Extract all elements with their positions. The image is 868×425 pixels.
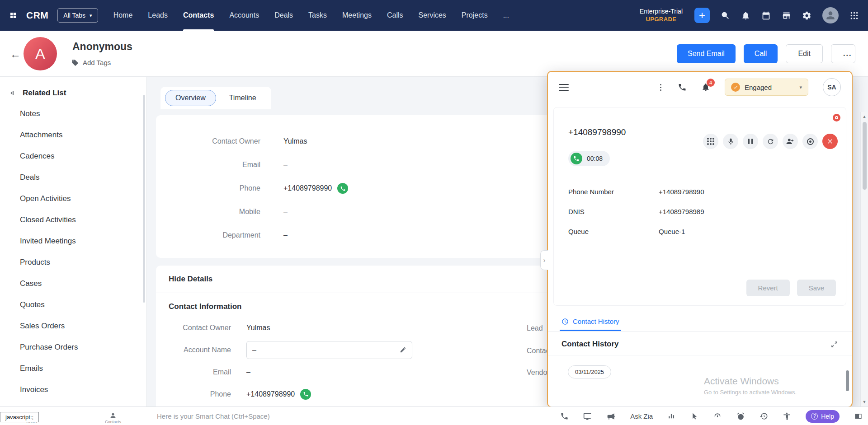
save-button[interactable]: Save [797,280,836,296]
sidebar-item-deals[interactable]: Deals [9,173,146,182]
scroll-down-arrow[interactable]: ▼ [861,400,868,404]
record-call-icon[interactable] [802,134,818,149]
settings-gear-icon[interactable] [802,11,811,20]
nav-contacts[interactable]: Contacts [183,0,214,31]
accessibility-icon[interactable] [783,412,791,420]
nav-projects[interactable]: Projects [462,0,488,31]
nav-more[interactable]: ... [503,0,509,31]
side-panel-icon[interactable] [854,412,863,420]
user-avatar[interactable] [822,7,839,23]
tab-overview[interactable]: Overview [165,90,216,106]
page-scrollbar[interactable]: ▲ ▼ [860,112,868,406]
tab-timeline[interactable]: Timeline [219,90,267,106]
apps-waffle-icon[interactable] [9,11,17,19]
refresh-call-icon[interactable] [763,134,778,149]
sidebar-item-invoices[interactable]: Invoices [9,385,146,394]
sidebar-item-closed-activities[interactable]: Closed Activities [9,215,146,224]
sidebar-scrollbar[interactable] [143,95,145,303]
dock-contacts[interactable]: Contacts [99,412,127,424]
pointer-tool-icon[interactable] [690,412,698,420]
menu-hamburger-icon[interactable] [559,84,569,91]
hold-pause-icon[interactable] [743,134,758,149]
help-button[interactable]: ? Help [806,410,840,423]
sidebar-item-products[interactable]: Products [9,258,146,267]
back-arrow-icon[interactable]: ← [10,48,21,61]
more-options-icon[interactable] [658,82,663,93]
expand-icon[interactable] [830,341,838,348]
sidebar-item-sales-orders[interactable]: Sales Orders [9,322,146,331]
field-value: – [283,208,288,216]
keypad-icon[interactable] [703,134,718,149]
edit-pencil-icon[interactable] [400,346,406,353]
field-value: – [283,161,288,169]
sidebar-item-quotes[interactable]: Quotes [9,300,146,309]
scroll-up-arrow[interactable]: ▲ [861,114,868,119]
notifications-bell-icon[interactable]: 4 [701,83,710,92]
sidebar-item-cadences[interactable]: Cadences [9,152,146,161]
sidebar-item-attachments[interactable]: Attachments [9,131,146,140]
notification-badge: 4 [707,79,715,87]
mute-mic-icon[interactable] [723,134,738,149]
field-value: +14089798989 [659,208,704,215]
add-tags-button[interactable]: Add Tags [71,59,111,66]
sidebar-item-invited-meetings[interactable]: Invited Meetings [9,237,146,246]
more-actions-button[interactable]: ... [831,44,855,63]
nav-leads[interactable]: Leads [148,0,168,31]
agent-status-dropdown[interactable]: Engaged ▾ [725,79,808,96]
history-date-chip[interactable]: 03/11/2025 [568,365,611,378]
scrollbar-thumb[interactable] [863,122,867,190]
gauge-analytics-icon[interactable] [713,412,722,421]
related-list-sidebar: Related List Notes Attachments Cadences … [0,77,147,406]
panel-collapse-handle[interactable]: › [540,250,548,270]
notifications-bell-icon[interactable] [741,11,750,20]
tab-contact-history[interactable]: Contact History [560,312,621,331]
nav-services[interactable]: Services [418,0,446,31]
nav-deals[interactable]: Deals [274,0,293,31]
sidebar-item-purchase-orders[interactable]: Purchase Orders [9,343,146,352]
nav-tasks[interactable]: Tasks [308,0,327,31]
sidebar-item-open-activities[interactable]: Open Activities [9,194,146,203]
phone-value[interactable]: +14089798990 [283,184,332,192]
app-switcher-grid-icon[interactable] [849,11,859,20]
history-tabs: Contact History [548,312,852,332]
history-scrollbar-thumb[interactable] [846,370,849,391]
revert-button[interactable]: Revert [746,280,790,296]
nav-calls[interactable]: Calls [387,0,403,31]
click-to-call-icon[interactable] [300,389,311,400]
account-name-value: – [252,346,256,354]
marketplace-icon[interactable] [782,11,791,20]
upgrade-link[interactable]: UPGRADE [640,16,683,23]
phone-value[interactable]: +14089798990 [246,390,295,398]
call-button[interactable]: Call [744,44,778,63]
announcements-megaphone-icon[interactable] [607,412,616,421]
sidebar-item-emails[interactable]: Emails [9,364,146,373]
send-email-button[interactable]: Send Email [677,44,736,63]
history-icon[interactable] [760,412,768,420]
collapse-sidebar-icon[interactable] [9,89,16,97]
quick-create-button[interactable]: + [694,8,710,23]
activate-windows-watermark: Activate Windows Go to Settings to activ… [704,376,797,396]
end-call-icon[interactable] [822,134,838,149]
transfer-call-icon[interactable] [783,134,798,149]
watermark-line2: Go to Settings to activate Windows. [704,389,797,396]
smart-chat-hint[interactable]: Here is your Smart Chat (Ctrl+Space) [157,412,270,420]
nav-meetings[interactable]: Meetings [342,0,372,31]
activity-bars-icon[interactable] [667,412,676,420]
account-name-input[interactable]: – [246,341,412,359]
edit-button[interactable]: Edit [786,44,823,63]
nav-accounts[interactable]: Accounts [229,0,259,31]
kiosk-monitor-icon[interactable] [583,412,592,421]
field-value: – [283,231,288,239]
alarm-clock-icon[interactable] [736,412,745,420]
phone-tool-icon[interactable] [560,412,569,420]
click-to-call-icon[interactable] [337,183,348,194]
calendar-icon[interactable] [761,11,771,20]
all-tabs-dropdown[interactable]: All Tabs ▾ [57,8,98,23]
sidebar-item-cases[interactable]: Cases [9,279,146,288]
nav-home[interactable]: Home [113,0,133,31]
dial-phone-icon[interactable] [678,83,687,92]
search-icon[interactable] [721,11,730,20]
agent-avatar[interactable]: SA [823,78,841,96]
sidebar-item-notes[interactable]: Notes [9,109,146,118]
ask-zia-button[interactable]: Ask Zia [630,412,653,420]
